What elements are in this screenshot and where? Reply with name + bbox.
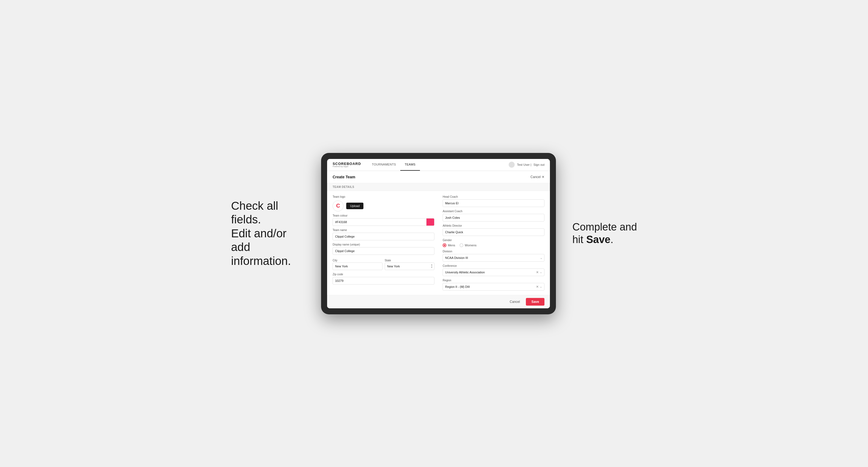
athletic-director-input[interactable] (443, 228, 545, 236)
left-annotation: Check all fields. Edit and/or add inform… (231, 199, 305, 268)
radio-mens-dot (443, 243, 446, 247)
region-arrow-icon: ⌄ (540, 285, 542, 288)
team-name-group: Team name (333, 228, 434, 240)
device-frame: SCOREBOARD Powered by clippd TOURNAMENTS… (321, 153, 556, 314)
zip-label: Zip code (333, 273, 434, 276)
upload-button[interactable]: Upload (346, 203, 364, 209)
athletic-director-label: Athletic Director (443, 224, 545, 227)
cancel-button[interactable]: Cancel (506, 298, 523, 305)
zip-input[interactable] (333, 277, 434, 285)
gender-group: Gender Mens Womens (443, 239, 545, 247)
nav-teams[interactable]: TEAMS (400, 159, 420, 171)
app-logo: SCOREBOARD Powered by clippd (333, 162, 361, 167)
region-actions: ✕ ⌄ (536, 285, 542, 288)
assistant-coach-input[interactable] (443, 214, 545, 221)
main-nav: TOURNAMENTS TEAMS (368, 159, 502, 171)
team-name-label: Team name (333, 228, 434, 231)
logo-area: C Upload (333, 200, 434, 211)
gender-mens-radio[interactable]: Mens (443, 243, 455, 247)
annotation-line3: information. (231, 254, 291, 268)
user-name: Test User | (517, 163, 531, 166)
team-logo-group: Team logo C Upload (333, 195, 434, 211)
city-state-row: City State ▲ ▼ (333, 257, 434, 270)
region-group: Region Region II - (M) DIII ✕ ⌄ (443, 279, 545, 290)
display-name-group: Display name (unique) (333, 243, 434, 255)
right-annotation: Complete and hit Save. (572, 221, 637, 246)
state-group: State ▲ ▼ (385, 257, 435, 270)
logo-main: SCOREBOARD (333, 162, 361, 165)
form-body: Team logo C Upload Team colour (327, 191, 550, 295)
conference-group: Conference University Athletic Associati… (443, 264, 545, 276)
color-swatch[interactable] (426, 218, 434, 226)
modal-title: Create Team (333, 175, 355, 179)
app-header: SCOREBOARD Powered by clippd TOURNAMENTS… (327, 159, 550, 171)
head-coach-group: Head Coach (443, 195, 545, 207)
modal-header: Create Team Cancel ✕ (327, 171, 550, 183)
region-value: Region II - (M) DIII (445, 285, 536, 288)
conference-label: Conference (443, 264, 545, 268)
annotation-hit: hit (572, 234, 586, 245)
city-label: City (333, 259, 337, 262)
state-label: State (385, 259, 391, 262)
assistant-coach-label: Assistant Coach (443, 210, 545, 213)
city-group: City (333, 257, 382, 270)
division-group: Division NCAA Division III ⌄ (443, 250, 545, 261)
annotation-complete: Complete and (572, 221, 637, 233)
annotation-line1: Check all fields. (231, 199, 278, 226)
logo-circle: C (333, 200, 343, 211)
header-right: Test User | Sign out (509, 162, 545, 168)
division-select-wrapper: NCAA Division III ⌄ (443, 254, 545, 261)
head-coach-label: Head Coach (443, 195, 545, 198)
conference-arrow-icon: ⌄ (540, 271, 542, 274)
display-name-input[interactable] (333, 247, 434, 255)
city-state-group: City State ▲ ▼ (333, 257, 434, 270)
division-select[interactable]: NCAA Division III (443, 254, 545, 261)
form-right: Head Coach Assistant Coach Athletic Dire… (443, 195, 545, 290)
modal-close-button[interactable]: Cancel ✕ (530, 175, 545, 179)
create-team-modal: Create Team Cancel ✕ TEAM DETAILS (327, 171, 550, 308)
athletic-director-group: Athletic Director (443, 224, 545, 236)
team-logo-label: Team logo (333, 195, 434, 198)
city-input[interactable] (333, 262, 382, 270)
annotation-save-bold: Save (586, 234, 611, 245)
conference-multiselect[interactable]: University Athletic Association ✕ ⌄ (443, 269, 545, 276)
state-input[interactable] (385, 262, 435, 270)
team-colour-input[interactable] (333, 218, 426, 226)
team-colour-label: Team colour (333, 214, 434, 217)
region-multiselect[interactable]: Region II - (M) DIII ✕ ⌄ (443, 283, 545, 290)
team-colour-group: Team colour (333, 214, 434, 226)
device-screen: SCOREBOARD Powered by clippd TOURNAMENTS… (327, 159, 550, 308)
form-left: Team logo C Upload Team colour (333, 195, 434, 290)
logo-sub: Powered by clippd (333, 165, 361, 167)
division-label: Division (443, 250, 545, 253)
gender-womens-radio[interactable]: Womens (460, 243, 476, 247)
zip-code-group: Zip code (333, 273, 434, 285)
region-label: Region (443, 279, 545, 282)
gender-row: Mens Womens (443, 243, 545, 247)
state-input-wrapper: ▲ ▼ (385, 262, 435, 270)
color-input-wrapper (333, 218, 434, 226)
section-header: TEAM DETAILS (327, 183, 550, 191)
display-name-label: Display name (unique) (333, 243, 434, 246)
conference-value: University Athletic Association (445, 271, 536, 274)
user-avatar (509, 162, 515, 168)
team-name-input[interactable] (333, 233, 434, 240)
assistant-coach-group: Assistant Coach (443, 210, 545, 221)
annotation-line2: Edit and/or add (231, 227, 286, 253)
conference-clear-icon[interactable]: ✕ (536, 271, 539, 274)
modal-footer: Cancel Save (327, 295, 550, 308)
sign-out-link[interactable]: Sign out (533, 163, 545, 166)
head-coach-input[interactable] (443, 199, 545, 207)
close-icon: ✕ (542, 175, 545, 179)
nav-tournaments[interactable]: TOURNAMENTS (368, 159, 400, 171)
gender-label: Gender (443, 239, 545, 242)
annotation-period: . (611, 234, 614, 245)
save-button[interactable]: Save (526, 298, 545, 306)
region-clear-icon[interactable]: ✕ (536, 285, 539, 288)
radio-womens-dot (460, 243, 463, 247)
conference-actions: ✕ ⌄ (536, 271, 542, 274)
